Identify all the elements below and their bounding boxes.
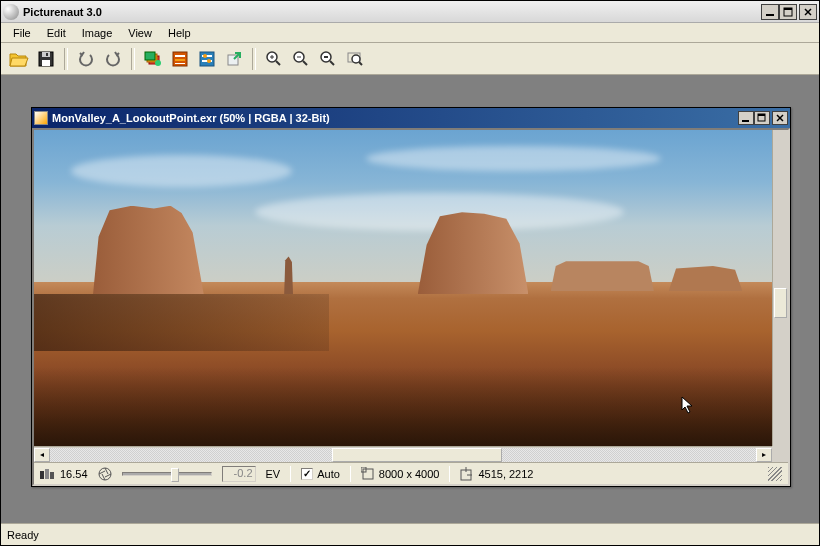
exposure-slider[interactable] — [122, 472, 212, 476]
document-body: ◂ ▸ 16.54 -0.2 EV — [32, 128, 790, 486]
svg-point-34 — [352, 55, 360, 63]
title-bar[interactable]: Picturenaut 3.0 — [1, 1, 819, 23]
svg-line-24 — [276, 61, 280, 65]
save-button[interactable] — [34, 47, 58, 71]
menu-bar: File Edit Image View Help — [1, 23, 819, 43]
document-icon — [34, 111, 48, 125]
menu-edit[interactable]: Edit — [39, 25, 74, 41]
resize-grip[interactable] — [768, 467, 782, 481]
auto-checkbox[interactable]: ✓ — [301, 468, 313, 480]
zoom-actual-button[interactable] — [343, 47, 367, 71]
svg-line-35 — [359, 62, 362, 65]
menu-help[interactable]: Help — [160, 25, 199, 41]
zoom-fit-button[interactable] — [316, 47, 340, 71]
tone-map-button[interactable] — [168, 47, 192, 71]
dimensions-value: 8000 x 4000 — [379, 468, 440, 480]
cursor-pos-icon — [460, 467, 474, 481]
menu-view[interactable]: View — [120, 25, 160, 41]
svg-rect-17 — [200, 52, 214, 66]
document-title-bar[interactable]: MonValley_A_LookoutPoint.exr (50% | RGBA… — [32, 108, 790, 128]
close-button[interactable] — [799, 4, 817, 20]
svg-rect-7 — [42, 60, 50, 66]
svg-rect-32 — [324, 56, 328, 58]
menu-file[interactable]: File — [5, 25, 39, 41]
document-title: MonValley_A_LookoutPoint.exr (50% | RGBA… — [52, 112, 738, 124]
document-status-bar: 16.54 -0.2 EV ✓ Auto — [34, 462, 788, 484]
open-button[interactable] — [7, 47, 31, 71]
hscroll-thumb[interactable] — [332, 448, 501, 462]
toolbar — [1, 43, 819, 75]
doc-close-button[interactable] — [772, 111, 788, 125]
svg-point-21 — [207, 59, 211, 63]
ev-value: 16.54 — [60, 468, 88, 480]
main-window: Picturenaut 3.0 File Edit Image View Hel… — [0, 0, 820, 546]
doc-minimize-button[interactable] — [738, 111, 754, 125]
ev-label: EV — [266, 468, 281, 480]
maximize-button[interactable] — [779, 4, 797, 20]
main-status-bar: Ready — [1, 523, 819, 545]
redo-button[interactable] — [101, 47, 125, 71]
export-button[interactable] — [222, 47, 246, 71]
svg-rect-43 — [50, 472, 54, 479]
undo-button[interactable] — [74, 47, 98, 71]
svg-point-44 — [99, 468, 111, 480]
ev-offset-field[interactable]: -0.2 — [222, 466, 256, 482]
horizontal-scrollbar[interactable]: ◂ ▸ — [34, 446, 772, 462]
aperture-icon — [98, 467, 112, 481]
scroll-right-button[interactable]: ▸ — [756, 448, 772, 462]
hdr-merge-button[interactable] — [141, 47, 165, 71]
svg-rect-45 — [363, 469, 373, 479]
svg-line-31 — [330, 61, 334, 65]
doc-maximize-button[interactable] — [754, 111, 770, 125]
status-text: Ready — [7, 529, 39, 541]
exposure-icon — [40, 468, 56, 480]
image-canvas[interactable] — [34, 130, 772, 446]
svg-rect-16 — [175, 63, 185, 64]
svg-rect-8 — [46, 53, 48, 56]
app-icon — [3, 4, 19, 20]
svg-point-19 — [203, 54, 207, 58]
svg-rect-11 — [145, 52, 155, 60]
minimize-button[interactable] — [761, 4, 779, 20]
svg-rect-15 — [175, 59, 185, 61]
menu-image[interactable]: Image — [74, 25, 121, 41]
zoom-in-button[interactable] — [262, 47, 286, 71]
scroll-corner — [772, 446, 788, 462]
zoom-out-button[interactable] — [289, 47, 313, 71]
workspace: MonValley_A_LookoutPoint.exr (50% | RGBA… — [1, 75, 819, 523]
adjust-button[interactable] — [195, 47, 219, 71]
svg-point-12 — [155, 60, 161, 66]
slider-thumb[interactable] — [171, 468, 179, 482]
dimensions-icon — [361, 467, 375, 481]
svg-rect-42 — [45, 469, 49, 479]
svg-rect-41 — [40, 471, 44, 479]
app-title: Picturenaut 3.0 — [23, 6, 761, 18]
vertical-scrollbar[interactable] — [772, 130, 788, 446]
svg-rect-14 — [175, 55, 185, 57]
scroll-left-button[interactable]: ◂ — [34, 448, 50, 462]
document-window[interactable]: MonValley_A_LookoutPoint.exr (50% | RGBA… — [31, 107, 791, 487]
cursor-pos-value: 4515, 2212 — [478, 468, 533, 480]
svg-line-28 — [303, 61, 307, 65]
auto-label: Auto — [317, 468, 340, 480]
